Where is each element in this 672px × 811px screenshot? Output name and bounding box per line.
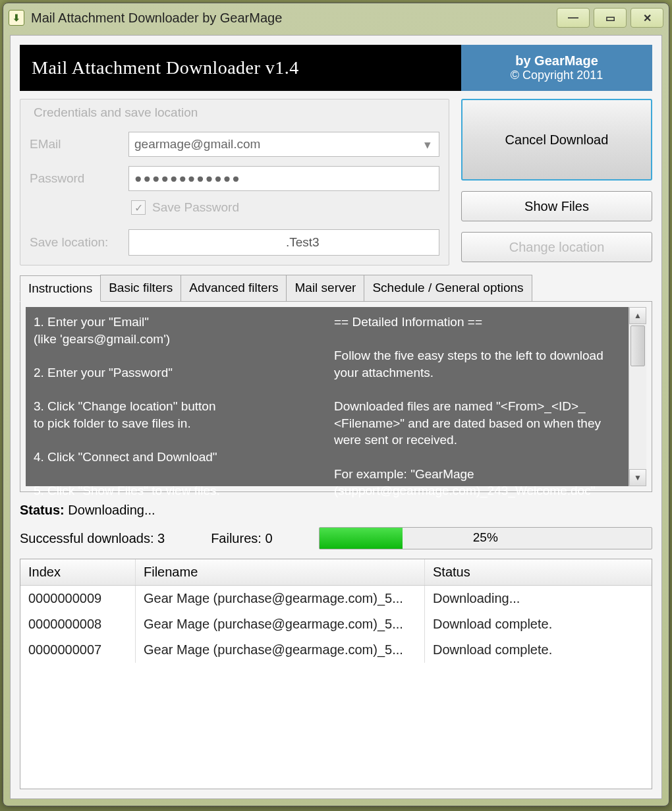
cell-index: 0000000008	[20, 611, 136, 637]
status-label: Status:	[20, 503, 65, 517]
titlebar[interactable]: ⬇ Mail Attachment Downloader by GearMage…	[3, 3, 669, 32]
status-line: Status: Downloading...	[20, 503, 652, 518]
application-window: ⬇ Mail Attachment Downloader by GearMage…	[3, 3, 669, 806]
chevron-down-icon[interactable]: ▾	[419, 134, 436, 155]
cell-filename: Gear Mage (purchase@gearmage.com)_5...	[136, 637, 425, 663]
header-filename[interactable]: Filename	[136, 559, 425, 585]
success-value: 3	[157, 531, 165, 545]
email-value: gearmage@gmail.com	[134, 137, 260, 152]
app-icon: ⬇	[9, 10, 24, 26]
client-area: Mail Attachment Downloader v1.4 by GearM…	[10, 35, 662, 799]
instructions-scrollbar[interactable]: ▲ ▼	[629, 307, 646, 486]
redacted-path	[134, 236, 286, 249]
failure-value: 0	[265, 531, 272, 545]
action-buttons: Cancel Download Show Files Change locati…	[461, 99, 652, 266]
change-location-button[interactable]: Change location	[461, 232, 652, 262]
save-location-input[interactable]: .Test3	[128, 229, 439, 256]
tab-instructions[interactable]: Instructions	[20, 275, 101, 302]
email-combobox[interactable]: gearmage@gmail.com ▾	[128, 132, 439, 157]
table-row[interactable]: 0000000007 Gear Mage (purchase@gearmage.…	[20, 637, 652, 663]
save-location-value: .Test3	[286, 235, 320, 250]
cell-status: Downloading...	[425, 586, 652, 611]
maximize-button[interactable]: ▭	[594, 8, 627, 28]
close-button[interactable]: ✕	[630, 8, 663, 28]
table-row[interactable]: 0000000008 Gear Mage (purchase@gearmage.…	[20, 611, 652, 637]
instructions-panel: 1. Enter your "Email" (like 'gears@gmail…	[26, 307, 646, 486]
tab-mail-server[interactable]: Mail server	[286, 275, 364, 301]
cell-index: 0000000009	[20, 586, 136, 611]
password-label: Password	[30, 171, 128, 186]
tab-panel: 1. Enter your "Email" (like 'gears@gmail…	[20, 301, 652, 492]
scroll-up-icon[interactable]: ▲	[629, 307, 646, 324]
save-password-checkbox[interactable]: ✓	[131, 200, 146, 215]
instructions-detail: == Detailed Information == Follow the fi…	[334, 314, 621, 480]
tab-schedule-options[interactable]: Schedule / General options	[364, 275, 532, 301]
cell-filename: Gear Mage (purchase@gearmage.com)_5...	[136, 586, 425, 611]
app-title-banner: Mail Attachment Downloader v1.4	[20, 45, 461, 91]
cell-status: Download complete.	[425, 637, 652, 663]
header-status[interactable]: Status	[425, 559, 652, 585]
vendor-banner: by GearMage © Copyright 2011	[461, 45, 652, 91]
window-title: Mail Attachment Downloader by GearMage	[31, 11, 557, 26]
header-index[interactable]: Index	[20, 559, 136, 585]
instructions-steps: 1. Enter your "Email" (like 'gears@gmail…	[34, 314, 321, 480]
progress-bar: 25%	[319, 527, 652, 549]
downloads-table: Index Filename Status 0000000009 Gear Ma…	[20, 559, 652, 789]
credentials-group: Credentials and save location EMail gear…	[20, 99, 449, 266]
failure-count: Failures: 0	[211, 531, 272, 546]
password-input[interactable]: ●●●●●●●●●●●●	[128, 166, 439, 191]
vendor-name: by GearMage	[515, 53, 598, 69]
credentials-legend: Credentials and save location	[30, 105, 202, 120]
table-row[interactable]: 0000000009 Gear Mage (purchase@gearmage.…	[20, 586, 652, 611]
tab-strip: Instructions Basic filters Advanced filt…	[20, 275, 652, 301]
table-header: Index Filename Status	[20, 559, 652, 586]
password-mask: ●●●●●●●●●●●●	[134, 171, 241, 186]
tab-advanced-filters[interactable]: Advanced filters	[181, 275, 287, 301]
cell-status: Download complete.	[425, 611, 652, 637]
header-banner: Mail Attachment Downloader v1.4 by GearM…	[20, 45, 652, 91]
email-label: EMail	[30, 137, 128, 152]
counts-row: Successful downloads: 3 Failures: 0 25%	[20, 527, 652, 549]
success-label: Successful downloads:	[20, 531, 154, 545]
cancel-download-button[interactable]: Cancel Download	[461, 99, 652, 181]
window-controls: — ▭ ✕	[557, 8, 663, 28]
status-value: Downloading...	[68, 503, 155, 517]
cell-index: 0000000007	[20, 637, 136, 663]
save-location-label: Save location:	[30, 235, 128, 250]
success-count: Successful downloads: 3	[20, 531, 165, 546]
copyright: © Copyright 2011	[511, 69, 603, 82]
minimize-button[interactable]: —	[557, 8, 590, 28]
progress-text: 25%	[320, 528, 652, 547]
save-password-label: Save Password	[152, 200, 239, 215]
show-files-button[interactable]: Show Files	[461, 191, 652, 221]
failure-label: Failures:	[211, 531, 262, 545]
scroll-track[interactable]	[629, 324, 646, 469]
save-password-row[interactable]: ✓ Save Password	[131, 200, 439, 215]
tab-basic-filters[interactable]: Basic filters	[100, 275, 181, 301]
scroll-thumb[interactable]	[630, 325, 645, 366]
scroll-down-icon[interactable]: ▼	[629, 469, 646, 486]
cell-filename: Gear Mage (purchase@gearmage.com)_5...	[136, 611, 425, 637]
